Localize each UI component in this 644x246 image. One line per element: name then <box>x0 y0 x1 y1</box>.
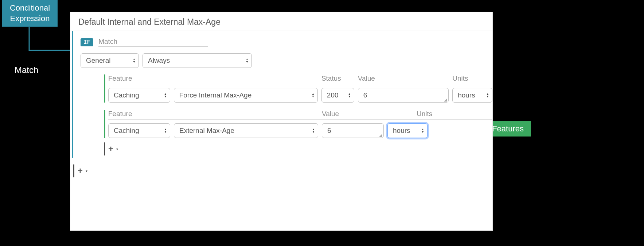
resize-handle-icon: ◢ <box>444 99 447 101</box>
plus-icon: + <box>108 144 113 154</box>
rule-title: Default Internal and External Max-Age <box>78 17 484 27</box>
add-condition-button[interactable]: + ▾ <box>73 166 492 176</box>
if-badge: IF <box>81 38 93 46</box>
chevron-updown-icon <box>133 58 136 63</box>
feature-value-input[interactable]: 6 ◢ <box>358 88 449 103</box>
if-block-bar <box>72 31 73 158</box>
match-category-select[interactable]: General <box>81 53 139 68</box>
callout-text: Expression <box>7 14 52 24</box>
chevron-updown-icon <box>486 93 489 98</box>
chevron-updown-icon <box>421 128 424 133</box>
feature-name-select[interactable]: External Max-Age <box>174 123 318 138</box>
select-value: 200 <box>327 91 339 99</box>
feature-name-select[interactable]: Force Internal Max-Age <box>174 88 318 103</box>
label-units: Units <box>452 74 492 82</box>
match-condition-value: Always <box>148 57 170 65</box>
select-value: Caching <box>114 127 139 135</box>
label-value: Value <box>322 110 413 118</box>
feature-value-input[interactable]: 6 ◢ <box>322 123 384 138</box>
feature-status-select[interactable]: 200 <box>321 88 354 103</box>
callout-text: Features <box>492 124 524 133</box>
select-value: Force Internal Max-Age <box>179 91 252 99</box>
feature-units-select[interactable]: hours <box>387 123 428 138</box>
chevron-updown-icon <box>312 93 315 98</box>
feature-category-select[interactable]: Caching <box>108 123 170 138</box>
label-status: Status <box>321 74 354 82</box>
select-value: Caching <box>114 91 139 99</box>
select-value: hours <box>393 127 410 135</box>
add-feature-button[interactable]: + ▾ <box>104 144 492 154</box>
chevron-updown-icon <box>164 93 167 98</box>
plus-icon: + <box>78 166 83 176</box>
label-feature: Feature <box>108 74 318 82</box>
label-feature: Feature <box>108 110 318 118</box>
select-value: hours <box>458 91 475 99</box>
chevron-updown-icon <box>348 93 351 98</box>
chevron-updown-icon <box>164 128 167 133</box>
feature-block-bar <box>104 74 105 103</box>
if-label-wrap: Match <box>98 38 208 47</box>
callout-match: Match <box>15 65 38 75</box>
match-category-value: General <box>86 57 111 65</box>
feature-units-select[interactable]: hours <box>452 88 492 103</box>
feature-category-select[interactable]: Caching <box>108 88 170 103</box>
input-value: 6 <box>363 91 367 99</box>
input-value: 6 <box>327 127 331 135</box>
select-value: External Max-Age <box>179 127 234 135</box>
resize-handle-icon: ◢ <box>379 134 382 137</box>
rule-title-row: Default Internal and External Max-Age <box>70 12 492 31</box>
chevron-down-icon: ▾ <box>116 147 118 151</box>
chevron-updown-icon <box>246 58 249 63</box>
callout-text: Match <box>15 65 38 75</box>
if-label: Match <box>98 38 208 46</box>
feature-block-bar <box>104 110 105 138</box>
chevron-down-icon: ▾ <box>86 169 87 173</box>
label-units: Units <box>417 110 457 118</box>
callout-text: Conditional <box>7 3 52 14</box>
callout-conditional-expression: Conditional Expression <box>2 0 58 27</box>
label-value: Value <box>358 74 449 82</box>
chevron-updown-icon <box>312 128 315 133</box>
match-condition-select[interactable]: Always <box>143 53 252 68</box>
rule-panel: Default Internal and External Max-Age IF… <box>70 12 493 231</box>
